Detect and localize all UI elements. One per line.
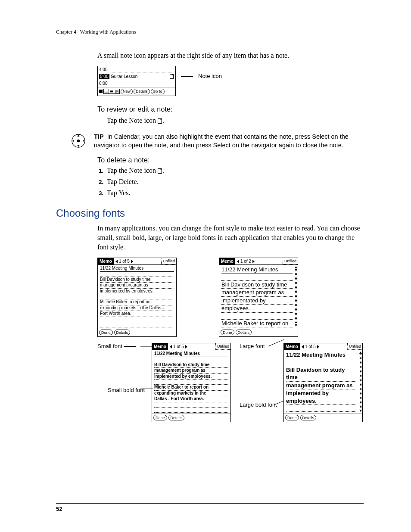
callout-line [274, 400, 285, 406]
step-number: 3. [97, 189, 103, 197]
rule-top [56, 27, 364, 27]
memo-header: Memo 1 of 5 Unfiled [152, 343, 230, 350]
page-indicator: 1 of 5 [119, 259, 130, 264]
memo-header: Memo 1 of 5 Unfiled [98, 258, 176, 265]
rule-bottom [56, 503, 364, 504]
memo-footer: Done Details [219, 328, 298, 336]
time-label: 4:00 [99, 67, 110, 72]
memo-line: Bill Davidson to study time [100, 277, 174, 283]
fonts-paragraph: In many applications, you can change the… [97, 224, 364, 252]
tip-body: In Calendar, you can also highlight the … [94, 133, 349, 149]
pager: 1 of 5 [114, 259, 135, 264]
week-view-icon: ☰ [109, 89, 114, 93]
scroll-down-icon [295, 324, 297, 327]
next-icon [252, 260, 255, 263]
memo-footer: Done Details [98, 328, 176, 336]
memo-line [286, 359, 357, 366]
scrollbar [359, 352, 362, 412]
memo-line [286, 405, 357, 412]
memo-header: Memo 1 of 5 Unfiled [284, 343, 362, 350]
memo-line: employees. [221, 305, 293, 313]
memo-small-bold: Memo 1 of 5 Unfiled 11/22 Meeting Minute… [152, 343, 231, 422]
memo-line [221, 313, 293, 320]
svg-marker-5 [78, 145, 80, 147]
details-button: Details [236, 330, 252, 335]
memo-line: implemented by employees. [286, 389, 357, 405]
memo-line [154, 380, 228, 385]
memo-line [154, 357, 228, 362]
app-name: Memo [152, 343, 168, 350]
memo-line [100, 317, 174, 322]
tip-label: TIP [94, 133, 104, 140]
memo-line: management program as [221, 289, 293, 297]
view-switcher: ▭ ☰ ⊞ [103, 89, 120, 94]
details-button: Details [114, 330, 131, 335]
memo-line: Michelle Baker to report on [221, 320, 293, 328]
label-large-font: Large font [240, 343, 265, 349]
svg-line-12 [274, 401, 284, 405]
review-step: Tap the Note icon . [107, 116, 364, 125]
memo-small: Memo 1 of 5 Unfiled 11/22 Meeting Minute… [97, 258, 177, 337]
memo-large: Memo 1 of 2 Unfiled 11/22 Meeting Minute… [219, 258, 298, 337]
prev-icon [170, 345, 172, 348]
done-button: Done [285, 415, 299, 420]
memo-line: management program as [286, 382, 357, 390]
callout-label: Note icon [198, 73, 222, 79]
memo-large-bold: Memo 1 of 5 Unfiled 11/22 Meeting Minute… [283, 343, 363, 422]
new-button: New [121, 89, 133, 94]
tip-text: TIP In Calendar, you can also highlight … [94, 133, 364, 149]
page-indicator: 1 of 2 [240, 259, 251, 264]
event-text [112, 81, 174, 86]
memo-header: Memo 1 of 2 Unfiled [219, 258, 298, 265]
step-text: Tap the Note icon . [107, 167, 164, 174]
done-button: Done [221, 330, 234, 335]
delete-heading: To delete a note: [97, 156, 364, 164]
category: Unfiled [161, 258, 176, 264]
chapter-label: Chapter 4 [56, 29, 76, 35]
app-name: Memo [98, 258, 114, 264]
memo-title-line: 11/22 Meeting Minutes [286, 351, 357, 359]
memo-line: Bill Davidson to study time [221, 281, 293, 289]
svg-marker-6 [72, 140, 74, 142]
memo-line: implemented by employees. [154, 374, 228, 380]
callout-line [181, 76, 193, 77]
calendar-screenshot: 4:00 5:00 Guitar Lesson 6:00 ▭ ☰ [97, 66, 364, 96]
label-small-font: Small font [97, 343, 136, 349]
page-indicator: 1 of 5 [305, 344, 316, 349]
callout-line [140, 345, 153, 348]
pager: 1 of 2 [235, 259, 256, 264]
tip-block: TIP In Calendar, you can also highlight … [56, 133, 364, 149]
category: Unfiled [215, 343, 230, 350]
next-icon [131, 260, 133, 263]
next-icon [317, 345, 319, 348]
memo-line: implemented by employees. [100, 289, 174, 295]
memo-line: Michele Baker to report on [154, 385, 228, 391]
app-name: Memo [284, 343, 300, 350]
event-text [112, 67, 174, 72]
scroll-track [360, 355, 361, 409]
memo-examples: Memo 1 of 5 Unfiled 11/22 Meeting Minute… [97, 258, 364, 426]
memo-line: Dallas - Fort Worth area. [154, 396, 228, 402]
memo-line: Fort Worth area. [100, 311, 174, 317]
done-button: Done [99, 330, 113, 335]
done-button: Done [153, 415, 167, 420]
calendar-row: 4:00 [98, 66, 175, 73]
month-view-icon: ⊞ [114, 89, 119, 93]
note-icon [170, 74, 174, 79]
svg-marker-4 [78, 135, 80, 137]
prev-icon [302, 345, 304, 348]
event-text: Guitar Lesson [111, 74, 170, 79]
page-number: 52 [56, 506, 62, 512]
scroll-up-icon [359, 352, 362, 354]
step-text: Tap Delete. [107, 178, 139, 186]
scroll-up-icon [295, 266, 297, 268]
memo-line [154, 408, 228, 413]
step-number: 2. [97, 178, 103, 186]
memo-line [100, 322, 174, 327]
intro-paragraph: A small note icon appears at the right s… [97, 51, 364, 60]
prev-icon [115, 260, 118, 263]
note-icon [158, 118, 162, 124]
svg-line-10 [268, 339, 284, 346]
list-item: 3.Tap Yes. [97, 189, 364, 197]
memo-body: 11/22 Meeting Minutes Bill Davidson to s… [98, 265, 176, 328]
